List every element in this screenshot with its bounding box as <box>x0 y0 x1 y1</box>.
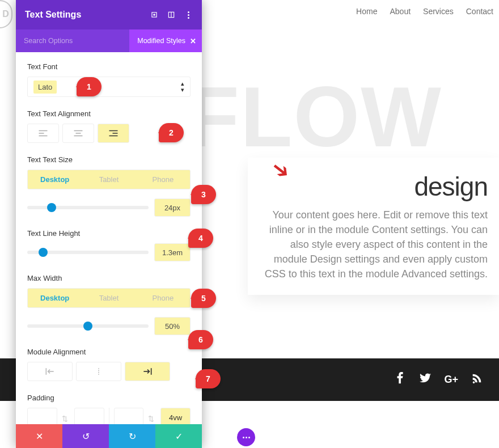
nav-services[interactable]: Services <box>423 7 454 16</box>
slider-thumb[interactable] <box>39 248 48 257</box>
panel-body[interactable]: Text Font Lato ▴▾ Text Text Alignment Te… <box>16 52 202 424</box>
align-center-button[interactable] <box>62 124 94 143</box>
nav-contact[interactable]: Contact <box>466 7 493 16</box>
device-phone[interactable]: Phone <box>136 289 190 307</box>
undo-button[interactable]: ↺ <box>62 424 109 448</box>
modalign-left-button[interactable] <box>27 362 73 381</box>
panel-tabs: Search Options Modified Styles ✕ <box>16 29 202 52</box>
label-text-font: Text Font <box>27 62 191 71</box>
cancel-button[interactable]: ✕ <box>16 424 62 448</box>
value-max-width[interactable]: 50% <box>154 317 191 335</box>
callout-7: 7 <box>196 369 221 388</box>
modalign-right-button[interactable] <box>125 362 170 381</box>
field-max-width: Max Width Desktop Tablet Phone 50% <box>27 274 191 335</box>
expand-icon[interactable] <box>150 10 159 19</box>
rss-icon[interactable] <box>471 372 483 387</box>
kebab-menu-icon[interactable] <box>184 10 193 19</box>
field-module-alignment: Module Alignment <box>27 348 191 381</box>
padding-left-input[interactable] <box>114 408 144 424</box>
panel-actions: ✕ ↺ ↻ ✓ <box>16 424 202 448</box>
link-icon[interactable]: ⇅ <box>62 415 70 423</box>
label-padding: Padding <box>27 394 191 402</box>
font-select[interactable]: Lato ▴▾ <box>27 77 191 97</box>
device-phone[interactable]: Phone <box>136 170 190 189</box>
svg-point-1 <box>154 14 155 15</box>
padding-top-input[interactable] <box>27 408 57 424</box>
settings-panel: Text Settings Search Options Modified St… <box>16 0 202 448</box>
device-tablet[interactable]: Tablet <box>82 170 136 189</box>
font-select-value: Lato <box>33 81 57 94</box>
callout-3: 3 <box>191 185 216 204</box>
align-left-button[interactable] <box>27 124 59 143</box>
slider-thumb[interactable] <box>47 203 56 212</box>
modalign-center-button[interactable] <box>76 362 121 381</box>
chevron-updown-icon: ▴▾ <box>181 81 184 93</box>
slider-max-width[interactable] <box>27 324 149 328</box>
redo-button[interactable]: ↻ <box>109 424 155 448</box>
value-line-height[interactable]: 1.3em <box>154 243 191 261</box>
device-segment-size: Desktop Tablet Phone <box>27 170 191 189</box>
label-module-alignment: Module Alignment <box>27 348 191 356</box>
label-line-height: Text Line Height <box>27 229 191 238</box>
preview-body[interactable]: Your content goes here. Edit or remove t… <box>255 208 488 281</box>
slider-line-height[interactable] <box>27 251 149 254</box>
padding-bottom-input[interactable] <box>74 408 104 424</box>
columns-icon[interactable] <box>167 10 176 19</box>
googleplus-icon[interactable]: G+ <box>444 374 458 386</box>
preview-heading[interactable]: design <box>255 171 488 202</box>
nav-about[interactable]: About <box>390 7 411 16</box>
value-text-size[interactable]: 24px <box>154 198 191 217</box>
device-desktop[interactable]: Desktop <box>28 170 82 189</box>
field-text-size: Text Text Size Desktop Tablet Phone 24px <box>27 155 191 217</box>
label-max-width: Max Width <box>27 274 191 282</box>
padding-right-input[interactable]: 4vw <box>160 408 191 424</box>
field-line-height: Text Line Height 1.3em <box>27 229 191 261</box>
tab-modified-label: Modified Styles <box>137 37 185 45</box>
device-desktop[interactable]: Desktop <box>28 289 82 307</box>
top-nav: Home About Services Contact <box>356 7 493 16</box>
align-right-button[interactable] <box>98 124 129 143</box>
twitter-icon[interactable] <box>419 372 432 387</box>
fab-more-button[interactable] <box>237 428 255 446</box>
callout-2: 2 <box>159 123 184 142</box>
close-icon[interactable]: ✕ <box>190 37 196 45</box>
link-icon[interactable]: ⇅ <box>148 415 156 423</box>
device-tablet[interactable]: Tablet <box>82 289 136 307</box>
save-button[interactable]: ✓ <box>155 424 202 448</box>
callout-6: 6 <box>188 330 213 349</box>
nav-home[interactable]: Home <box>356 7 377 16</box>
panel-title: Text Settings <box>25 10 81 20</box>
slider-text-size[interactable] <box>27 206 149 209</box>
label-text-alignment: Text Text Alignment <box>27 109 191 118</box>
callout-1: 1 <box>77 77 102 96</box>
field-text-font: Text Font Lato ▴▾ <box>27 62 191 97</box>
tab-modified-styles[interactable]: Modified Styles ✕ <box>129 29 202 52</box>
panel-header: Text Settings <box>16 0 202 29</box>
field-padding: Padding Top ⇅ Bottom Left ⇅ 4vwRight <box>27 394 191 424</box>
callout-5: 5 <box>191 289 216 308</box>
logo-badge: D <box>0 0 12 28</box>
slider-thumb[interactable] <box>83 322 92 331</box>
callout-4: 4 <box>188 229 213 248</box>
label-text-size: Text Text Size <box>27 155 191 164</box>
tab-search-options[interactable]: Search Options <box>16 29 81 52</box>
facebook-icon[interactable] <box>394 372 407 387</box>
device-segment-maxwidth: Desktop Tablet Phone <box>27 288 191 308</box>
